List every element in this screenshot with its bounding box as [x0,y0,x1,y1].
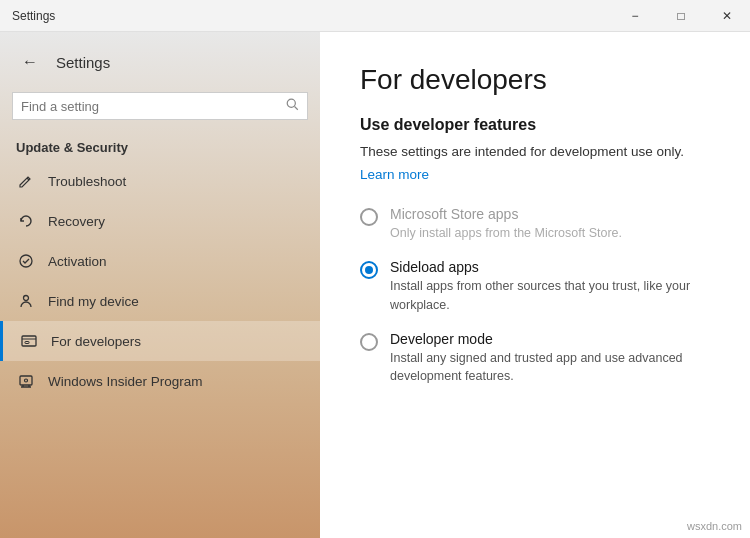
svg-rect-6 [25,342,29,344]
search-box[interactable] [12,92,308,120]
radio-label-sideload: Sideload apps [390,259,710,275]
learn-more-link[interactable]: Learn more [360,167,429,182]
content-area: For developers Use developer features Th… [320,32,750,538]
radio-button-ms-store[interactable] [360,208,378,226]
radio-option-dev-mode: Developer mode Install any signed and tr… [360,331,710,387]
radio-desc-ms-store: Only install apps from the Microsoft Sto… [390,224,622,243]
radio-desc-sideload: Install apps from other sources that you… [390,277,710,315]
svg-point-2 [20,255,32,267]
radio-label-ms-store: Microsoft Store apps [390,206,622,222]
sidebar-header: ← Settings [0,32,320,88]
sidebar-item-label-for-developers: For developers [51,334,141,349]
minimize-button[interactable]: − [612,0,658,32]
sidebar-item-label-windows-insider: Windows Insider Program [48,374,203,389]
edit-icon [16,171,36,191]
back-icon: ← [22,53,38,71]
radio-option-ms-store: Microsoft Store apps Only install apps f… [360,206,710,243]
radio-content-sideload: Sideload apps Install apps from other so… [390,259,710,315]
radio-desc-dev-mode: Install any signed and trusted app and u… [390,349,710,387]
sidebar-item-label-recovery: Recovery [48,214,105,229]
insider-icon [16,371,36,391]
radio-button-sideload[interactable] [360,261,378,279]
svg-point-3 [24,296,29,301]
sidebar-item-activation[interactable]: Activation [0,241,320,281]
activation-icon [16,251,36,271]
sidebar-item-label-find-my-device: Find my device [48,294,139,309]
radio-wrap-dev-mode[interactable] [360,333,378,351]
person-icon [16,291,36,311]
sidebar: ← Settings Update & Security Troub [0,32,320,538]
titlebar-title: Settings [12,9,55,23]
section-heading: Use developer features [360,116,710,134]
svg-line-1 [295,107,298,110]
sidebar-item-label-troubleshoot: Troubleshoot [48,174,126,189]
radio-wrap-sideload[interactable] [360,261,378,279]
page-title: For developers [360,64,710,96]
radio-content-dev-mode: Developer mode Install any signed and tr… [390,331,710,387]
recovery-icon [16,211,36,231]
search-icon [286,98,299,114]
radio-wrap-ms-store[interactable] [360,208,378,226]
watermark: wsxdn.com [687,520,742,532]
sidebar-section-title: Update & Security [0,132,320,161]
svg-rect-7 [20,376,32,385]
svg-point-8 [25,379,28,382]
svg-point-0 [287,99,295,107]
sidebar-app-title: Settings [56,54,110,71]
sidebar-item-windows-insider[interactable]: Windows Insider Program [0,361,320,401]
titlebar-controls: − □ ✕ [612,0,750,31]
description-text: These settings are intended for developm… [360,142,710,162]
sidebar-item-label-activation: Activation [48,254,107,269]
svg-rect-4 [22,336,36,346]
close-button[interactable]: ✕ [704,0,750,32]
radio-button-dev-mode[interactable] [360,333,378,351]
radio-label-dev-mode: Developer mode [390,331,710,347]
sidebar-item-recovery[interactable]: Recovery [0,201,320,241]
sidebar-item-troubleshoot[interactable]: Troubleshoot [0,161,320,201]
back-button[interactable]: ← [16,48,44,76]
maximize-button[interactable]: □ [658,0,704,32]
sidebar-item-find-my-device[interactable]: Find my device [0,281,320,321]
sidebar-item-for-developers[interactable]: For developers [0,321,320,361]
developer-icon [19,331,39,351]
search-input[interactable] [21,99,280,114]
radio-content-ms-store: Microsoft Store apps Only install apps f… [390,206,622,243]
radio-option-sideload: Sideload apps Install apps from other so… [360,259,710,315]
titlebar: Settings − □ ✕ [0,0,750,32]
main-container: ← Settings Update & Security Troub [0,32,750,538]
